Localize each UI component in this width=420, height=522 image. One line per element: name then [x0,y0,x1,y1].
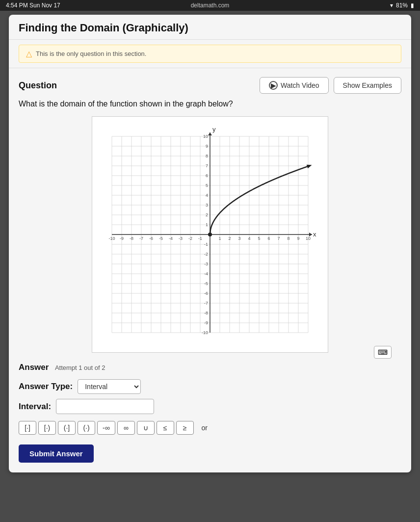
answer-label: Answer [19,363,49,372]
show-examples-label: Show Examples [343,81,392,89]
bracket-closed-closed-btn[interactable]: [·] [19,421,36,435]
neg-infinity-btn[interactable]: -∞ [97,421,115,435]
button-group: ▶ Watch Video Show Examples [260,77,401,94]
interval-input[interactable] [56,399,154,414]
submit-answer-button[interactable]: Submit Answer [19,444,94,463]
geq-btn[interactable]: ≥ [176,421,194,435]
show-examples-button[interactable]: Show Examples [334,77,401,94]
bracket-open-open-btn[interactable]: (·) [78,421,95,435]
infinity-btn[interactable]: ∞ [117,421,135,435]
graph-canvas [92,117,328,352]
or-label: or [196,421,213,434]
keyboard-icon-area: ⌨ [374,348,392,357]
bracket-open-closed-btn[interactable]: (·] [58,421,76,435]
bracket-closed-open-btn[interactable]: [·) [38,421,56,435]
warning-bar: △ This is the only question in this sect… [19,45,401,63]
status-time: 4:54 PM Sun Nov 17 [6,2,60,9]
status-bar: 4:54 PM Sun Nov 17 deltamath.com ▾ 81% ▮ [0,0,420,11]
answer-type-select[interactable]: Interval Inequality Set Builder [78,379,141,394]
interval-row: Interval: [19,399,401,414]
warning-icon: △ [26,49,32,58]
graph-container [9,116,411,353]
warning-text: This is the only question in this sectio… [36,50,146,57]
keyboard-toggle-button[interactable]: ⌨ [374,346,392,359]
interval-label: Interval: [19,402,51,412]
page-title: Finding the Domain (Graphically) [9,15,411,40]
question-label: Question [19,80,57,91]
submit-label: Submit Answer [29,449,83,458]
watch-video-button[interactable]: ▶ Watch Video [260,77,329,94]
play-icon: ▶ [269,81,278,90]
main-card: Finding the Domain (Graphically) △ This … [9,15,411,472]
leq-btn[interactable]: ≤ [157,421,174,435]
question-text: What is the domain of the function shown… [9,97,411,114]
answer-section: Answer Attempt 1 out of 2 ⌨ Answer Type:… [9,358,411,463]
status-url: deltamath.com [191,2,230,9]
status-right: ▾ 81% ▮ [390,2,414,9]
question-header: Question ▶ Watch Video Show Examples [9,72,411,97]
wifi-icon: ▾ [390,2,393,9]
divider [9,68,411,68]
answer-type-label: Answer Type: [19,382,73,392]
symbol-row: [·] [·) (·] (·) -∞ ∞ ∪ ≤ ≥ or [19,421,401,435]
battery-icon: ▮ [411,2,414,9]
attempt-text: Attempt 1 out of 2 [55,364,105,371]
watch-video-label: Watch Video [281,81,319,89]
union-btn[interactable]: ∪ [137,421,155,435]
battery-label: 81% [396,2,408,9]
graph-area [92,116,328,353]
answer-type-row: Answer Type: Interval Inequality Set Bui… [19,379,401,394]
